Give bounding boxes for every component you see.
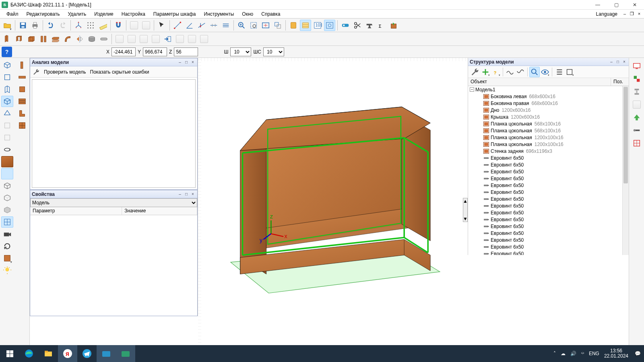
x-input[interactable] (111, 47, 136, 56)
panel-shelf-icon[interactable] (50, 33, 61, 45)
menu-изделие[interactable]: Изделие (90, 10, 118, 18)
render-texture-icon[interactable] (1, 168, 13, 179)
material-picker-icon[interactable]: ▼ (1, 253, 13, 264)
struct-find-icon[interactable] (529, 67, 540, 77)
task-telegram[interactable] (77, 345, 97, 362)
menu-справка[interactable]: Справка (257, 10, 284, 18)
rs-fastener-icon[interactable] (631, 125, 643, 136)
ws-select[interactable]: 10 (263, 47, 284, 56)
preview-toggle-icon[interactable] (324, 20, 335, 31)
menu-параметры шкафа[interactable]: Параметры шкафа (149, 10, 200, 18)
rs-hinge-icon[interactable] (631, 86, 643, 97)
zoom-in-icon[interactable] (236, 20, 247, 31)
panel-max-icon[interactable]: □ (184, 191, 189, 197)
package-arrow-icon[interactable] (388, 20, 399, 31)
view-side-icon[interactable] (1, 84, 13, 95)
panel-max-icon[interactable]: □ (184, 60, 189, 65)
viewport-slider[interactable]: ▲▼ (463, 198, 468, 222)
trim-tool-icon[interactable] (196, 20, 207, 31)
mdi-minimize-icon[interactable]: – (621, 11, 628, 16)
panel-close-icon[interactable]: × (190, 191, 196, 197)
tray-volume-icon[interactable]: 🔊 (570, 351, 576, 356)
task-app-1[interactable] (97, 345, 116, 362)
tree-screw-row[interactable]: Евровинт 6x50 (468, 223, 629, 230)
close-button[interactable]: ✕ (625, 0, 644, 10)
sigma-icon[interactable]: Σ (376, 20, 387, 31)
help-button[interactable]: ? (2, 47, 12, 57)
panel-v-icon[interactable] (16, 60, 28, 71)
struct-tools-icon[interactable] (470, 67, 480, 77)
tree-panel-row[interactable]: Планка цокольная568х100х16 (468, 120, 629, 127)
view-iso-main-icon[interactable] (1, 96, 13, 107)
light-icon[interactable] (1, 265, 13, 276)
struct-wave2-icon[interactable] (515, 67, 526, 77)
refresh-icon[interactable] (1, 241, 13, 252)
render-shade-icon[interactable] (1, 204, 13, 216)
props-selector[interactable]: Модель (30, 198, 197, 207)
maximize-button[interactable]: ▢ (607, 0, 625, 10)
view-iso-top-icon[interactable] (1, 60, 13, 71)
undo-button[interactable] (45, 20, 56, 31)
panel-close-icon[interactable]: × (621, 59, 627, 65)
task-yandex[interactable]: Я (58, 345, 77, 362)
panel-grid-icon[interactable] (16, 120, 28, 131)
panel-layers-icon[interactable] (16, 96, 28, 107)
panel-min-icon[interactable]: – (177, 60, 183, 65)
struct-eye-icon[interactable]: ▾ (540, 67, 550, 77)
grid-toggle-icon[interactable] (1, 216, 13, 228)
tree-screw-row[interactable]: Евровинт 6x50 (468, 182, 629, 189)
minimize-button[interactable]: — (588, 0, 607, 10)
view-persp-icon[interactable] (1, 108, 13, 119)
tree-scrollbar[interactable] (622, 86, 629, 255)
layers-toggle-icon[interactable] (300, 20, 311, 31)
render-hidden-icon[interactable] (1, 192, 13, 204)
panel-l-icon[interactable] (16, 108, 28, 119)
tree-panel-row[interactable]: Боковина правая668х600х16 (468, 100, 629, 107)
print-button[interactable] (29, 20, 41, 31)
task-explorer[interactable] (39, 345, 58, 362)
tray-notifications-icon[interactable]: 💬 (635, 351, 641, 356)
task-edge[interactable] (19, 345, 39, 362)
tree-panel-row[interactable]: Планка цокольная568х100х16 (468, 127, 629, 134)
panel-min-icon[interactable]: – (609, 59, 614, 65)
tray-lang[interactable]: ENG (589, 351, 599, 356)
tree-screw-row[interactable]: Евровинт 6x50 (468, 243, 629, 250)
rs-red-grid-icon[interactable] (631, 138, 643, 149)
tree-screw-row[interactable]: Евровинт 6x50 (468, 168, 629, 175)
z-input[interactable] (174, 47, 198, 56)
tree-screw-row[interactable]: Евровинт 6x50 (468, 202, 629, 209)
tree-panel-row[interactable]: Планка цокольная1200х100х16 (468, 141, 629, 148)
render-wire-icon[interactable] (1, 180, 13, 191)
grid-dots-icon[interactable] (85, 20, 96, 31)
tree-screw-row[interactable]: Евровинт 6x50 (468, 189, 629, 195)
task-app-2[interactable] (116, 345, 135, 362)
panel-max-icon[interactable]: □ (615, 59, 621, 65)
tree-screw-row[interactable]: Евровинт 6x50 (468, 250, 629, 255)
insert-arrow-icon[interactable] (162, 33, 173, 45)
tree-root[interactable]: –Модель1 (468, 86, 629, 93)
tree-panel-row[interactable]: Дно1200х600х16 (468, 107, 629, 113)
panel-block-icon[interactable] (16, 84, 28, 95)
pipe-icon[interactable] (98, 33, 109, 45)
zoom-pan-icon[interactable] (272, 20, 283, 31)
rod-icon[interactable] (86, 33, 97, 45)
save-button[interactable] (17, 20, 29, 31)
menu-удалить[interactable]: Удалить (64, 10, 90, 18)
tree-panel-row[interactable]: Крышка1200х600х16 (468, 113, 629, 120)
parallel-tool-icon[interactable] (220, 20, 231, 31)
panel-side-icon[interactable] (2, 33, 13, 45)
panel-h-icon[interactable] (16, 72, 28, 83)
panel-bent-icon[interactable] (62, 33, 73, 45)
struct-help-icon[interactable]: ?▾ (491, 67, 501, 77)
divide-tool-icon[interactable] (208, 20, 219, 31)
panel-close-icon[interactable]: × (190, 60, 196, 65)
mdi-close-icon[interactable]: × (636, 11, 642, 16)
view-front-icon[interactable] (1, 72, 13, 83)
y-input[interactable] (143, 47, 167, 56)
scissors-icon[interactable] (352, 20, 363, 31)
struct-box-icon[interactable]: ▾ (564, 67, 575, 77)
tree-screw-row[interactable]: Евровинт 6x50 (468, 175, 629, 182)
struct-wave1-icon[interactable] (505, 67, 515, 77)
mirror-icon[interactable] (74, 33, 85, 45)
tree-panel-row[interactable]: Планка цокольная1200х100х16 (468, 134, 629, 141)
